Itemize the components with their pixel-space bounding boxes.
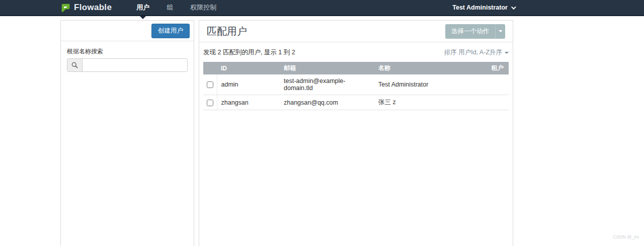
csdn-watermark: CSDN @_irs <box>613 234 639 239</box>
brand-wordmark: Flowable <box>74 3 112 13</box>
create-user-button[interactable]: 创建用户 <box>151 24 190 38</box>
nav-item-access-control[interactable]: 权限控制 <box>182 0 225 15</box>
cell-tenant <box>488 74 509 95</box>
page-title: 匹配用户 <box>207 25 247 38</box>
search-input[interactable] <box>83 59 187 71</box>
main-panel-header: 匹配用户 选择一个动作 <box>199 21 513 42</box>
cell-name: 张三 z <box>374 95 488 110</box>
search-icon <box>71 62 78 68</box>
active-tab-indicator <box>140 16 146 19</box>
header-name: 名称 <box>374 62 488 74</box>
user-filter-panel: 创建用户 根据名称搜索 <box>60 20 194 246</box>
sort-caret-icon <box>505 52 509 54</box>
left-panel-header: 创建用户 <box>61 21 194 41</box>
nav-item-groups[interactable]: 组 <box>158 0 182 15</box>
matched-users-panel: 匹配用户 选择一个动作 发现 2 匹配到的用户, 显示 1 到 2 排序 用户I… <box>199 20 513 246</box>
nav-item-access-control-label: 权限控制 <box>190 3 216 12</box>
cell-tenant <box>488 95 509 110</box>
flowable-logo-icon <box>60 3 71 13</box>
user-menu-label: Test Administrator <box>452 4 508 11</box>
cell-email: zhangsan@qq.com <box>280 95 374 110</box>
header-email: 邮箱 <box>280 62 374 74</box>
sort-dropdown[interactable]: 排序 用户Id, A-Z升序 <box>444 48 509 57</box>
nav-item-groups-label: 组 <box>167 3 173 12</box>
header-checkbox-cell <box>203 62 217 74</box>
action-split-button: 选择一个动作 <box>445 24 505 39</box>
results-summary: 发现 2 匹配到的用户, 显示 1 到 2 <box>203 48 295 57</box>
cell-id: admin <box>217 74 280 95</box>
header-id: ID <box>217 62 280 74</box>
top-navbar: Flowable 用户 组 权限控制 Test Administrator <box>0 0 644 16</box>
left-panel-body: 根据名称搜索 <box>61 41 194 78</box>
sort-label: 排序 用户Id, A-Z升序 <box>444 48 502 57</box>
cell-id: zhangsan <box>217 95 280 110</box>
table-header-row: ID 邮箱 名称 租户 <box>203 62 509 74</box>
nav-item-users[interactable]: 用户 <box>128 0 158 15</box>
nav-items: 用户 组 权限控制 <box>128 0 225 15</box>
chevron-down-icon <box>511 5 516 10</box>
filter-by-name-label: 根据名称搜索 <box>67 47 188 56</box>
users-table: ID 邮箱 名称 租户 admin test-admin@example-dom… <box>203 62 509 110</box>
summary-row: 发现 2 匹配到的用户, 显示 1 到 2 排序 用户Id, A-Z升序 <box>203 46 509 62</box>
flowable-brand[interactable]: Flowable <box>60 3 112 13</box>
search-addon <box>67 59 83 71</box>
table-row[interactable]: zhangsan zhangsan@qq.com 张三 z <box>203 95 509 110</box>
main-panel-body: 发现 2 匹配到的用户, 显示 1 到 2 排序 用户Id, A-Z升序 ID … <box>199 42 513 114</box>
nav-item-users-label: 用户 <box>136 3 149 12</box>
choose-action-caret-button[interactable] <box>495 24 505 39</box>
search-input-group <box>67 58 188 72</box>
user-menu[interactable]: Test Administrator <box>452 0 515 15</box>
choose-action-button[interactable]: 选择一个动作 <box>445 24 495 39</box>
row-checkbox[interactable] <box>207 81 213 88</box>
cell-email: test-admin@example-domain.tld <box>280 74 374 95</box>
table-row[interactable]: admin test-admin@example-domain.tld Test… <box>203 74 509 95</box>
header-tenant: 租户 <box>488 62 509 74</box>
row-checkbox[interactable] <box>207 100 213 106</box>
cell-name: Test Administrator <box>374 74 488 95</box>
